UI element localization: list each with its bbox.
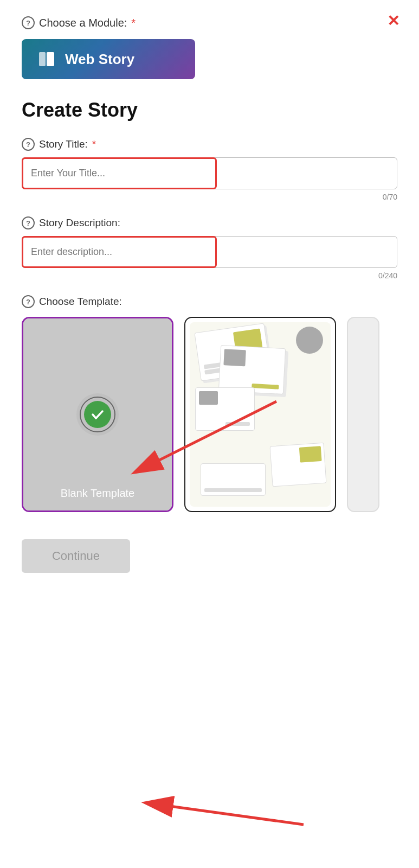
- template-section: ? Choose Template:: [22, 295, 397, 512]
- story-title-label-text: Story Title:: [39, 138, 88, 150]
- blank-template-bg: Blank Template: [23, 318, 172, 510]
- web-story-icon: [37, 49, 57, 69]
- svg-rect-1: [47, 52, 54, 66]
- story-title-input-wrapper: [22, 157, 397, 189]
- web-story-button-label: Web Story: [65, 51, 134, 68]
- story-description-input-wrapper: [22, 236, 397, 268]
- close-button[interactable]: ✕: [383, 11, 403, 30]
- template-help-icon[interactable]: ?: [22, 295, 35, 308]
- module-label: ? Choose a Module: *: [22, 16, 397, 29]
- story-title-help-icon[interactable]: ?: [22, 138, 35, 151]
- story-description-section: ? Story Description: 0/240: [22, 216, 397, 280]
- story-title-section: ? Story Title: * 0/70: [22, 138, 397, 201]
- story-title-required: *: [92, 138, 96, 150]
- story-title-char-count: 0/70: [22, 193, 397, 201]
- create-story-heading: Create Story: [22, 99, 397, 122]
- checkmark-icon: [90, 407, 105, 422]
- template2-preview: [190, 322, 331, 507]
- story-description-char-count: 0/240: [22, 271, 397, 280]
- story-title-input[interactable]: [22, 157, 397, 189]
- web-story-module-button[interactable]: Web Story: [22, 39, 195, 79]
- story-title-label: ? Story Title: *: [22, 138, 397, 151]
- module-required: *: [131, 17, 136, 29]
- blank-template-card[interactable]: Blank Template: [22, 317, 173, 512]
- continue-button-label: Continue: [52, 549, 100, 563]
- module-help-icon[interactable]: ?: [22, 16, 35, 29]
- story-description-label: ? Story Description:: [22, 216, 397, 229]
- story-description-help-icon[interactable]: ?: [22, 216, 35, 229]
- template2-card[interactable]: [184, 317, 336, 512]
- module-label-text: Choose a Module:: [39, 17, 127, 29]
- module-section: ? Choose a Module: * Web Story: [22, 16, 397, 79]
- template-label: ? Choose Template:: [22, 295, 397, 308]
- story-description-input[interactable]: [22, 236, 397, 268]
- template3-card-partial[interactable]: [347, 317, 379, 512]
- blank-template-label: Blank Template: [61, 487, 134, 500]
- continue-button[interactable]: Continue: [22, 539, 130, 573]
- svg-rect-0: [39, 52, 46, 66]
- svg-line-5: [146, 803, 304, 825]
- story-description-label-text: Story Description:: [39, 217, 120, 229]
- templates-row: Blank Template: [22, 317, 397, 512]
- template-label-text: Choose Template:: [39, 296, 122, 308]
